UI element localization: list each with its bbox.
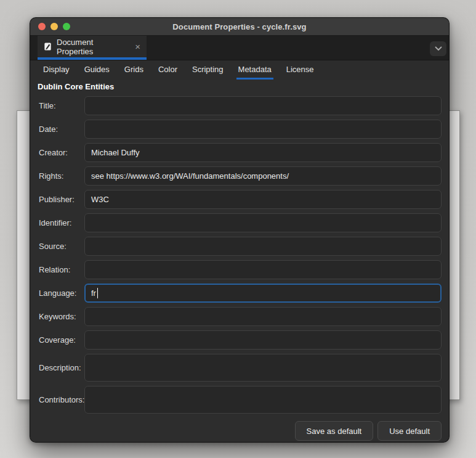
source-input[interactable] [84, 237, 442, 256]
identifier-label: Identifier: [39, 218, 84, 227]
metadata-panel: Dublin Core Entities Title: Date: Creato… [30, 80, 449, 443]
zoom-window-button[interactable] [63, 23, 70, 30]
description-label: Description: [39, 363, 84, 372]
dock-tab-strip: Document Properties × [30, 36, 449, 60]
identifier-input[interactable] [84, 213, 442, 232]
publisher-input[interactable] [84, 190, 442, 209]
field-row-rights: Rights: [39, 166, 442, 186]
date-input[interactable] [84, 120, 442, 139]
tab-scripting[interactable]: Scripting [190, 60, 225, 80]
window-titlebar[interactable]: Document Properties - cycle.fr.svg [30, 18, 449, 36]
traffic-lights [38, 18, 70, 35]
creator-input[interactable] [84, 143, 442, 162]
tab-close-icon[interactable]: × [134, 42, 141, 51]
settings-tab-bar: Display Guides Grids Color Scripting Met… [30, 60, 449, 80]
field-row-contributors: Contributors: [39, 386, 442, 414]
date-label: Date: [39, 125, 84, 134]
contributors-textarea[interactable] [84, 386, 442, 414]
close-window-button[interactable] [38, 23, 46, 30]
field-row-date: Date: [39, 120, 442, 139]
field-row-keywords: Keywords: [39, 307, 442, 326]
language-input[interactable] [84, 284, 442, 303]
field-row-relation: Relation: [39, 260, 442, 279]
relation-label: Relation: [39, 265, 84, 274]
dock-tab-label: Document Properties [57, 38, 130, 56]
source-label: Source: [39, 242, 84, 251]
tab-metadata[interactable]: Metadata [236, 60, 273, 80]
tab-guides[interactable]: Guides [83, 60, 111, 80]
rights-input[interactable] [84, 166, 442, 186]
tab-grids[interactable]: Grids [123, 60, 145, 80]
keywords-label: Keywords: [39, 312, 84, 321]
field-row-publisher: Publisher: [39, 190, 442, 209]
rights-label: Rights: [39, 171, 84, 181]
save-as-default-button[interactable]: Save as default [295, 421, 374, 441]
field-row-language: Language: [39, 284, 442, 303]
keywords-input[interactable] [84, 307, 442, 326]
tab-license[interactable]: License [284, 60, 316, 80]
window-title: Document Properties - cycle.fr.svg [30, 22, 449, 31]
chevron-down-icon [435, 46, 442, 51]
publisher-label: Publisher: [39, 195, 84, 204]
relation-input[interactable] [84, 260, 442, 279]
tab-color[interactable]: Color [156, 60, 179, 80]
dock-tab-document-properties[interactable]: Document Properties × [38, 36, 147, 60]
description-textarea[interactable] [84, 354, 442, 382]
coverage-input[interactable] [84, 330, 442, 350]
section-header: Dublin Core Entities [38, 82, 442, 91]
dock-menu-button[interactable] [430, 41, 446, 56]
text-cursor [97, 288, 98, 298]
title-input[interactable] [84, 96, 442, 115]
field-row-identifier: Identifier: [39, 213, 442, 232]
field-row-coverage: Coverage: [39, 330, 442, 350]
document-properties-window: Document Properties - cycle.fr.svg Docum… [30, 17, 450, 443]
creator-label: Creator: [39, 148, 84, 157]
tab-display[interactable]: Display [41, 60, 71, 80]
field-row-title: Title: [39, 96, 442, 115]
field-row-creator: Creator: [39, 143, 442, 162]
dialog-action-row: Save as default Use default [39, 418, 442, 441]
language-label: Language: [39, 288, 84, 298]
field-row-description: Description: [39, 354, 442, 382]
use-default-button[interactable]: Use default [377, 421, 442, 441]
coverage-label: Coverage: [39, 335, 84, 345]
title-label: Title: [39, 101, 84, 110]
minimize-window-button[interactable] [50, 23, 58, 30]
field-row-source: Source: [39, 237, 442, 256]
contributors-label: Contributors: [39, 395, 84, 404]
document-properties-icon [43, 42, 52, 51]
